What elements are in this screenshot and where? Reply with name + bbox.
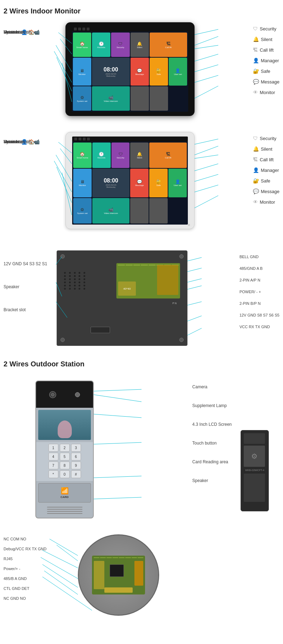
rlabel-silent: 🔔 Silent bbox=[253, 36, 279, 42]
outdoor-side-panel: ⚙ WKB-02WICFT-4 bbox=[241, 430, 269, 511]
indoor-monitor-black-diagram: Records 🕐 Smart home 🏠 Monitor 🖥 User se… bbox=[4, 21, 279, 123]
bp-rlabel-power: POWER/ - + bbox=[239, 289, 279, 294]
white-monitor-frame: 🏠Smart home 🕐Records 🛡Security 🔔Silent 🏗… bbox=[65, 132, 195, 229]
tile-calllift: 🏗Call lift bbox=[150, 33, 187, 57]
tile-message: 💬Message bbox=[131, 58, 149, 86]
tile2-videointercom: 📹Video intercom bbox=[92, 198, 130, 224]
svg-line-41 bbox=[94, 497, 142, 499]
svg-line-23 bbox=[195, 174, 218, 181]
tile2-systemset: ⚙System set bbox=[73, 198, 92, 224]
svg-line-36 bbox=[94, 389, 142, 391]
rlabel-silent-2: 🔔Silent bbox=[253, 146, 279, 152]
tile-security: 🛡Security bbox=[111, 33, 129, 57]
rlabel-message: 💬 Message bbox=[253, 79, 279, 85]
tile2-empty2 bbox=[149, 198, 168, 224]
circuit-label-debug: Debug/VCC RX TX GND bbox=[4, 546, 46, 551]
svg-line-10 bbox=[195, 65, 218, 72]
svg-line-31 bbox=[187, 279, 202, 282]
circuit-diagram bbox=[78, 534, 159, 616]
rlabel-security: 🛡 Security bbox=[253, 26, 279, 31]
svg-line-24 bbox=[195, 185, 218, 192]
rlabel-message-2: 💬Message bbox=[253, 188, 279, 194]
circuit-label-power: Power/+ - bbox=[4, 566, 46, 571]
svg-line-46 bbox=[42, 564, 78, 587]
outdoor-label-card: Card Reading area bbox=[192, 459, 232, 464]
page-content: 2 Wires Indoor Monitor Records 🕐 Smart h… bbox=[0, 0, 283, 642]
tile-empty1 bbox=[131, 86, 149, 111]
bp-rlabel-2pin-b: 2-PIN B/P N bbox=[239, 301, 279, 306]
svg-line-8 bbox=[195, 45, 218, 49]
circuit-label-nc-com-no: NC COM NO bbox=[4, 536, 46, 541]
tile2-empty1 bbox=[130, 198, 149, 224]
svg-line-6 bbox=[195, 29, 218, 35]
svg-line-20 bbox=[195, 146, 218, 155]
svg-line-19 bbox=[195, 139, 218, 144]
svg-line-29 bbox=[187, 257, 202, 261]
circuit-label-ctl: CTL GND DET bbox=[4, 586, 46, 591]
tile-smart-home: 🏠Smart home bbox=[73, 33, 91, 57]
tile-safe: 🔐Safe bbox=[150, 58, 168, 86]
svg-line-30 bbox=[187, 268, 202, 272]
tile2-security: 🛡Security bbox=[111, 143, 130, 168]
rlabel-manager: 👤 Manager bbox=[253, 58, 279, 63]
svg-line-22 bbox=[195, 164, 218, 171]
svg-line-25 bbox=[195, 196, 218, 208]
circuit-label-485: 485/B A GND bbox=[4, 576, 46, 581]
outdoor-label-lamp: Supplement Lamp bbox=[192, 403, 232, 408]
svg-line-33 bbox=[187, 302, 202, 305]
bp-label-bracket: Bracket slot bbox=[4, 307, 47, 312]
rlabel-calllift-2: 🏗Call lift bbox=[253, 157, 279, 162]
title-indoor: 2 Wires Indoor Monitor bbox=[4, 7, 279, 15]
rlabel-monitor-right: 👁 Monitor bbox=[253, 89, 279, 95]
svg-line-7 bbox=[195, 36, 218, 45]
svg-line-34 bbox=[187, 316, 202, 321]
svg-line-39 bbox=[94, 442, 142, 444]
label-video-intercom-2: Video intercom 📹 bbox=[4, 139, 40, 145]
svg-line-37 bbox=[94, 395, 142, 402]
svg-line-21 bbox=[195, 155, 218, 158]
svg-line-32 bbox=[187, 286, 202, 289]
outdoor-label-lcd: 4.3 Inch LCD Screen bbox=[192, 422, 232, 427]
bp-label-connections: 12V GND S4 S3 S2 S1 bbox=[4, 261, 47, 266]
circuit-section: NC COM NO Debug/VCC RX TX GND RJ45 Power… bbox=[4, 529, 279, 628]
outdoor-station-device: 1 2 3 4 5 6 7 8 9 * 0 # bbox=[35, 381, 94, 518]
tile2-time: 08:00 2023-02/15 Wednesday bbox=[92, 169, 130, 198]
rlabel-safe: 🔐 Safe bbox=[253, 68, 279, 74]
tile-silent: 🔔Silent bbox=[131, 33, 149, 57]
outdoor-label-speaker: Speaker bbox=[192, 478, 232, 483]
outdoor-label-camera: Camera bbox=[192, 384, 232, 389]
bp-rlabel-bell-gnd: BELL GND bbox=[239, 254, 279, 259]
circuit-label-rj45: RJ45 bbox=[4, 556, 46, 561]
svg-line-40 bbox=[94, 476, 142, 478]
rlabel-calllift: 🏗 Call lift bbox=[253, 47, 279, 53]
bp-rlabel-2pin-a: 2-PIN A/P N bbox=[239, 277, 279, 283]
back-panel-section: 12V GND S4 S3 S2 S1 Speaker Bracket slot bbox=[4, 250, 279, 349]
svg-line-42 bbox=[50, 539, 78, 556]
tile2-message: 💬Message bbox=[130, 169, 149, 198]
tile-monitor1: 🖥Monitor bbox=[73, 58, 91, 86]
tile2-userset: 👤User set bbox=[168, 169, 187, 198]
indoor-monitor-white-diagram: Records 🕐 Smart home 🏠 Monitor 🖥 User se… bbox=[4, 130, 279, 236]
tile-videointercom: 📹Video intercom bbox=[92, 86, 129, 111]
svg-line-12 bbox=[195, 86, 218, 98]
bp-rlabel-vcc: VCC RX TX GND bbox=[239, 324, 279, 329]
tile-empty2 bbox=[150, 86, 168, 111]
label-video-intercom: Video intercom 📹 bbox=[4, 29, 40, 35]
outdoor-station-section: 1 2 3 4 5 6 7 8 9 * 0 # bbox=[4, 373, 279, 526]
svg-line-35 bbox=[187, 328, 202, 335]
svg-line-47 bbox=[44, 571, 78, 594]
tile2-calllift: 🏗Call lift bbox=[149, 143, 187, 168]
tile2-monitor: 🖥Monitor bbox=[73, 169, 92, 198]
tile2-records: 🕐Records bbox=[92, 143, 111, 168]
bp-rlabel-485: 485/GND A B bbox=[239, 266, 279, 271]
circuit-label-nc-gnd-no: NC GND NO bbox=[4, 596, 46, 601]
monitor-screen-white: 🏠Smart home 🕐Records 🛡Security 🔔Silent 🏗… bbox=[72, 137, 188, 225]
svg-line-11 bbox=[195, 75, 218, 82]
monitor-screen-black: 🏠Smart home 🕐Records 🛡Security 🔔Silent 🏗… bbox=[72, 27, 188, 112]
rlabel-monitor-right-2: 👁Monitor bbox=[253, 199, 279, 205]
tile-records: 🕐Records bbox=[92, 33, 110, 57]
title-outdoor: 2 Wires Outdoor Station bbox=[4, 360, 279, 368]
tile-userset: 👤User set bbox=[169, 58, 187, 86]
back-panel-img: 40*40 P N bbox=[57, 250, 187, 346]
tile2-smart-home: 🏠Smart home bbox=[73, 143, 92, 168]
